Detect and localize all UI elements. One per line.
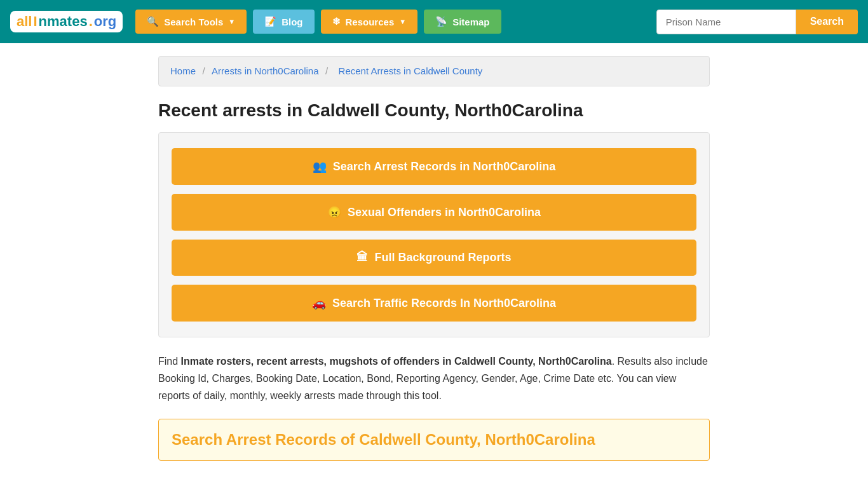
search-button-label: Search <box>810 16 844 27</box>
blog-icon: 📝 <box>264 16 276 27</box>
background-reports-button[interactable]: 🏛 Full Background Reports <box>172 240 696 276</box>
breadcrumb-container: Home / Arrests in North0Carolina / Recen… <box>158 56 710 86</box>
navbar: all I nmates . org 🔍 Search Tools ▼ 📝 Bl… <box>0 0 868 43</box>
breadcrumb-separator-1: / <box>202 65 205 76</box>
prison-search-area: Search <box>656 10 858 34</box>
logo-area: all I nmates . org <box>10 11 123 32</box>
arrest-records-label: Search Arrest Records in North0Carolina <box>333 160 555 173</box>
building-icon: 🏛 <box>356 251 368 264</box>
main-content: Home / Arrests in North0Carolina / Recen… <box>148 43 720 473</box>
prison-search-button[interactable]: Search <box>796 10 858 34</box>
offender-icon: 😠 <box>327 205 341 219</box>
background-reports-label: Full Background Reports <box>374 251 511 264</box>
logo-inmates-icon: I <box>33 13 37 30</box>
action-buttons-box: 👥 Search Arrest Records in North0Carolin… <box>158 132 710 337</box>
search-records-title: Search Arrest Records of Caldwell County… <box>172 431 696 449</box>
description-bold: Inmate rosters, recent arrests, mugshots… <box>181 356 612 367</box>
breadcrumb-separator-2: / <box>325 65 328 76</box>
sexual-offenders-button[interactable]: 😠 Sexual Offenders in North0Carolina <box>172 194 696 231</box>
arrest-records-button[interactable]: 👥 Search Arrest Records in North0Carolin… <box>172 148 696 185</box>
breadcrumb-current: Recent Arrests in Caldwell County <box>339 65 483 76</box>
traffic-records-button[interactable]: 🚗 Search Traffic Records In North0Caroli… <box>172 285 696 322</box>
search-icon: 🔍 <box>147 16 159 27</box>
breadcrumb: Home / Arrests in North0Carolina / Recen… <box>170 65 698 77</box>
car-icon: 🚗 <box>312 296 326 310</box>
people-icon: 👥 <box>313 159 327 173</box>
blog-label: Blog <box>281 17 302 27</box>
sitemap-icon: 📡 <box>435 16 447 27</box>
traffic-records-label: Search Traffic Records In North0Carolina <box>332 297 556 310</box>
description-prefix: Find <box>158 356 181 367</box>
logo-dot: . <box>89 13 93 30</box>
page-title: Recent arrests in Caldwell County, North… <box>158 100 710 121</box>
search-tools-label: Search Tools <box>164 17 223 27</box>
logo-box: all I nmates . org <box>10 11 123 32</box>
breadcrumb-home[interactable]: Home <box>170 65 196 76</box>
resources-button[interactable]: ❄ Resources ▼ <box>321 10 418 34</box>
search-tools-button[interactable]: 🔍 Search Tools ▼ <box>135 10 247 34</box>
logo-nmates: nmates <box>39 13 88 30</box>
resources-icon: ❄ <box>332 16 341 27</box>
description-text: Find Inmate rosters, recent arrests, mug… <box>158 353 710 405</box>
sexual-offenders-label: Sexual Offenders in North0Carolina <box>348 206 541 219</box>
breadcrumb-arrests[interactable]: Arrests in North0Carolina <box>212 65 318 76</box>
sitemap-button[interactable]: 📡 Sitemap <box>424 10 501 34</box>
resources-label: Resources <box>346 17 395 27</box>
search-records-box: Search Arrest Records of Caldwell County… <box>158 419 710 461</box>
logo-all: all <box>17 13 32 30</box>
sitemap-label: Sitemap <box>452 17 489 27</box>
blog-button[interactable]: 📝 Blog <box>253 10 314 34</box>
prison-name-input[interactable] <box>656 10 796 34</box>
chevron-down-icon: ▼ <box>228 18 235 25</box>
logo-org: org <box>94 13 116 30</box>
chevron-down-icon-resources: ▼ <box>399 18 406 25</box>
